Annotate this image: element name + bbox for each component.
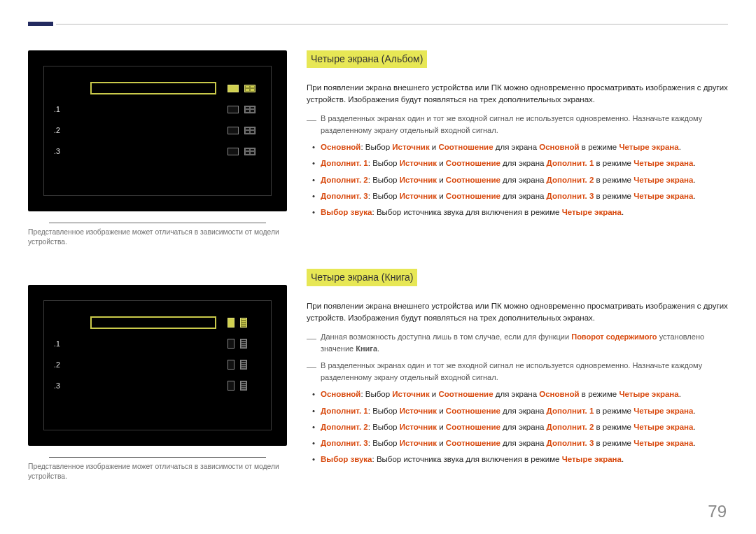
layout-single-portrait-icon: [227, 360, 234, 370]
header: [28, 17, 728, 31]
layout-quad-icon: [244, 127, 255, 134]
page-number: 79: [708, 502, 727, 521]
bullet-item: Дополнит. 2: Выбор Источник и Соотношени…: [307, 174, 728, 186]
bullet-item: Выбор звука: Выбор источника звука для в…: [307, 206, 728, 218]
layout-quad-portrait-icon: [240, 381, 247, 391]
row-label: .1: [44, 105, 90, 113]
figure-caption: Представленное изображение может отличат…: [28, 462, 287, 482]
figure-caption: Представленное изображение может отличат…: [28, 227, 287, 247]
layout-quad-portrait-icon: [240, 318, 247, 328]
row-field: [90, 381, 216, 391]
row-field: [90, 339, 216, 349]
row-field: [90, 125, 216, 135]
layout-single-icon: [227, 85, 239, 92]
row-label: .2: [44, 126, 90, 134]
menu-rows: .1 .2: [44, 79, 271, 160]
row-icons: [227, 85, 258, 92]
note-dash-icon: ―: [307, 113, 321, 136]
right-column: Четыре экрана (Альбом) При появлении экр…: [307, 50, 728, 503]
row-field: [90, 146, 216, 156]
layout-single-icon: [227, 127, 239, 134]
layout-quad-portrait-icon: [240, 339, 247, 349]
note-body: Данная возможность доступна лишь в том с…: [321, 331, 728, 354]
note-highlight: Поворот содержимого: [571, 332, 657, 341]
layout-single-portrait-icon: [227, 318, 234, 328]
note-dash-icon: ―: [307, 331, 321, 354]
intro-text: При появлении экрана внешнего устройства…: [307, 82, 728, 106]
layout-quad-icon: [244, 106, 255, 113]
menu-row: .2: [44, 356, 271, 374]
note-body: В разделенных экранах один и тот же вход…: [321, 113, 728, 136]
note-bold: Книга: [356, 344, 377, 353]
left-column: .1 .2: [28, 50, 287, 503]
row-icons: [227, 381, 258, 391]
menu-row-main: [44, 314, 271, 332]
row-icons: [227, 318, 258, 328]
row-icons: [227, 148, 258, 155]
bullet-item: Основной: Выбор Источник и Соотношение д…: [307, 388, 728, 400]
section-heading: Четыре экрана (Альбом): [307, 50, 427, 68]
note-text: .: [377, 344, 379, 353]
row-field: [90, 360, 216, 370]
bullet-list: Основной: Выбор Источник и Соотношение д…: [307, 141, 728, 218]
menu-row: .1: [44, 100, 271, 118]
tv-panel-book: .1 .2: [28, 285, 287, 446]
menu-rows: .1 .2: [44, 314, 271, 395]
bullet-item: Дополнит. 3: Выбор Источник и Соотношени…: [307, 190, 728, 202]
section-heading: Четыре экрана (Книга): [307, 269, 417, 286]
row-label: .1: [44, 339, 90, 348]
row-icons: [227, 360, 258, 370]
bullet-list: Основной: Выбор Источник и Соотношение д…: [307, 388, 728, 465]
page: .1 .2: [0, 0, 756, 534]
note-dash-icon: ―: [307, 360, 321, 383]
layout-quad-icon: [244, 148, 255, 155]
menu-row: .1: [44, 335, 271, 353]
header-rule: [56, 24, 728, 24]
chapter-bar: [28, 22, 53, 26]
row-icons: [227, 106, 258, 113]
note-text: Данная возможность доступна лишь в том с…: [321, 332, 571, 341]
layout-single-portrait-icon: [227, 381, 234, 391]
layout-quad-icon: [244, 85, 255, 92]
columns: .1 .2: [28, 50, 728, 503]
menu-row-main: [44, 79, 271, 97]
note: ― В разделенных экранах один и тот же вх…: [307, 113, 728, 136]
intro-text: При появлении экрана внешнего устройства…: [307, 300, 728, 325]
row-field: [90, 104, 216, 114]
menu-row: .3: [44, 142, 271, 160]
bullet-item: Основной: Выбор Источник и Соотношение д…: [307, 141, 728, 153]
caption-rule: [49, 457, 266, 458]
layout-single-icon: [227, 148, 239, 155]
bullet-item: Дополнит. 1: Выбор Источник и Соотношени…: [307, 405, 728, 417]
menu-row: .2: [44, 121, 271, 139]
row-field: [90, 82, 216, 94]
tv-inner: .1 .2: [43, 66, 272, 196]
caption-rule: [49, 223, 266, 223]
layout-quad-portrait-icon: [240, 360, 247, 370]
note: ― Данная возможность доступна лишь в том…: [307, 331, 728, 354]
tv-inner: .1 .2: [43, 300, 272, 430]
note-body: В разделенных экранах один и тот же вход…: [321, 360, 728, 383]
bullet-item: Выбор звука: Выбор источника звука для в…: [307, 454, 728, 465]
row-icons: [227, 127, 258, 134]
bullet-item: Дополнит. 2: Выбор Источник и Соотношени…: [307, 421, 728, 433]
bullet-item: Дополнит. 3: Выбор Источник и Соотношени…: [307, 437, 728, 449]
section-album: Четыре экрана (Альбом) При появлении экр…: [307, 50, 728, 218]
menu-row: .3: [44, 377, 271, 395]
row-label: .3: [44, 147, 90, 155]
row-label: .3: [44, 381, 90, 390]
section-book: Четыре экрана (Книга) При появлении экра…: [307, 269, 728, 465]
row-icons: [227, 339, 258, 349]
note: ― В разделенных экранах один и тот же вх…: [307, 360, 728, 383]
layout-single-portrait-icon: [227, 339, 234, 349]
bullet-item: Дополнит. 1: Выбор Источник и Соотношени…: [307, 157, 728, 169]
layout-single-icon: [227, 106, 239, 113]
tv-panel-album: .1 .2: [28, 50, 287, 211]
row-field: [90, 316, 216, 329]
row-label: .2: [44, 360, 90, 369]
